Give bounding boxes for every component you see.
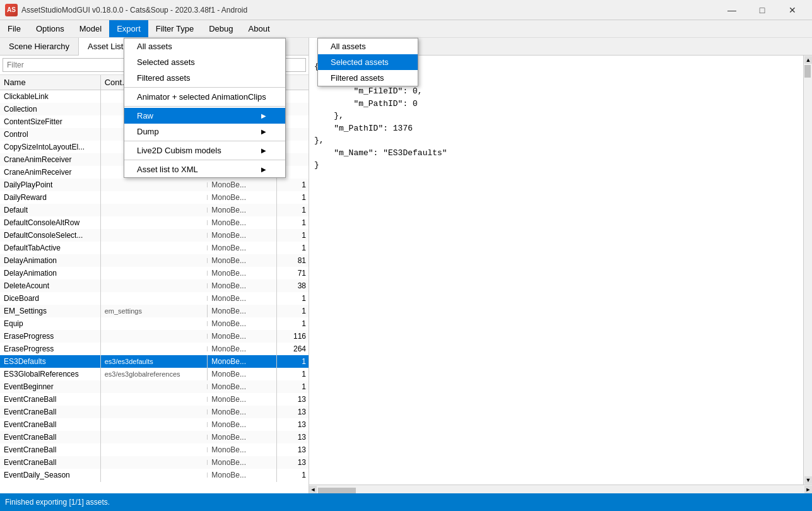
table-row[interactable]: DiceBoardMonoBe...1 <box>0 292 309 305</box>
minimize-button[interactable]: — <box>717 0 746 20</box>
right-panel: Preview Dump { "m_GameObject": { "m_File… <box>309 38 812 493</box>
separator-2 <box>124 106 285 107</box>
dump-arrow: ▶ <box>261 128 266 135</box>
separator-1 <box>124 87 285 88</box>
code-line: "m_Name": "ES3Defaults" <box>314 147 798 160</box>
live2d-arrow: ▶ <box>261 147 266 154</box>
app-icon: AS <box>5 4 18 16</box>
status-text: Finished exporting [1/1] assets. <box>5 498 110 507</box>
code-line: "m_FileID": 0, <box>314 85 798 98</box>
tab-scene-hierarchy[interactable]: Scene Hierarchy <box>0 38 79 55</box>
code-line: }, <box>314 110 798 122</box>
table-row[interactable]: DelayAnimationMonoBe...71 <box>0 267 309 279</box>
raw-submenu: All assets Selected assets Filtered asse… <box>317 38 418 86</box>
export-animator[interactable]: Animator + selected AnimationClips <box>124 89 285 105</box>
scrollbar-thumb[interactable] <box>804 65 811 78</box>
table-row[interactable]: EventCraneBallMonoBe...13 <box>0 406 309 418</box>
table-row[interactable]: EventCraneBallMonoBe...13 <box>0 443 309 456</box>
raw-arrow: ▶ <box>261 112 266 119</box>
table-row[interactable]: EraseProgressMonoBe...264 <box>0 343 309 355</box>
scroll-right-btn[interactable]: ► <box>804 486 812 493</box>
menu-model[interactable]: Model <box>72 20 109 37</box>
table-row[interactable]: DefaultConsoleAltRowMonoBe...1 <box>0 216 309 229</box>
code-view: { "m_GameObject": { "m_FileID": 0, "m_Pa… <box>309 56 803 485</box>
table-row[interactable]: ES3Defaultses3/es3defaultsMonoBe...1 <box>0 355 309 368</box>
sub-filtered-assets[interactable]: Filtered assets <box>318 70 418 86</box>
h-scrollbar-thumb[interactable] <box>318 488 356 494</box>
table-row[interactable]: DelayAnimationMonoBe...81 <box>0 254 309 267</box>
menu-export[interactable]: Export <box>109 20 148 37</box>
export-dropdown: All assets Selected assets Filtered asse… <box>124 38 286 178</box>
table-row[interactable]: EventCraneBallMonoBe...13 <box>0 393 309 406</box>
maximize-button[interactable]: □ <box>748 0 777 20</box>
table-row[interactable]: EraseProgressMonoBe...116 <box>0 330 309 343</box>
menu-filter-type[interactable]: Filter Type <box>148 20 201 37</box>
table-row[interactable]: DailyRewardMonoBe...1 <box>0 191 309 204</box>
table-row[interactable]: ES3GlobalReferenceses3/es3globalreferenc… <box>0 368 309 380</box>
code-line: }, <box>314 134 798 147</box>
menu-bar: File Options Model Export Filter Type De… <box>0 20 812 38</box>
export-asset-list[interactable]: Asset list to XML ▶ <box>124 162 285 177</box>
table-row[interactable]: DefaultTabActiveMonoBe...1 <box>0 242 309 254</box>
title-bar: AS AssetStudioModGUI v0.18.0.0 - Cats&So… <box>0 0 812 20</box>
scroll-up-btn[interactable]: ▲ <box>804 56 812 64</box>
table-row[interactable]: EventCraneBallMonoBe...13 <box>0 431 309 443</box>
code-line: "m_PathID": 0 <box>314 98 798 110</box>
h-scrollbar[interactable]: ◄ ► <box>309 485 812 493</box>
menu-file[interactable]: File <box>0 20 28 37</box>
export-raw[interactable]: Raw ▶ <box>124 108 285 124</box>
table-row[interactable]: EventDaily_SeasonMonoBe...1 <box>0 469 309 481</box>
asset-list-arrow: ▶ <box>261 166 266 173</box>
code-line: "m_PathID": 1376 <box>314 122 798 135</box>
title-text: AssetStudioModGUI v0.18.0.0 - Cats&Soup … <box>21 6 717 15</box>
main-layout: Scene Hierarchy Asset List Name Cont... … <box>0 38 812 493</box>
sub-selected-assets[interactable]: Selected assets <box>318 54 418 70</box>
raw-submenu-container: All assets Selected assets Filtered asse… <box>317 38 418 86</box>
sub-all-assets[interactable]: All assets <box>318 38 418 54</box>
code-line: } <box>314 159 798 172</box>
separator-4 <box>124 160 285 160</box>
menu-options[interactable]: Options <box>28 20 72 37</box>
separator-3 <box>124 141 285 141</box>
table-row[interactable]: DailyPlayPointMonoBe...1 <box>0 179 309 191</box>
export-selected-assets[interactable]: Selected assets <box>124 54 285 70</box>
scroll-left-btn[interactable]: ◄ <box>309 486 317 493</box>
table-row[interactable]: EventBeginnerMonoBe...1 <box>0 380 309 393</box>
col-header-name: Name <box>0 75 101 90</box>
window-controls: — □ ✕ <box>717 0 807 20</box>
export-filtered-assets[interactable]: Filtered assets <box>124 70 285 86</box>
table-row[interactable]: DeleteAcountMonoBe...38 <box>0 279 309 292</box>
export-dump[interactable]: Dump ▶ <box>124 124 285 139</box>
export-all-assets[interactable]: All assets <box>124 38 285 54</box>
status-bar: Finished exporting [1/1] assets. <box>0 493 812 511</box>
table-row[interactable]: EventCraneBallMonoBe...13 <box>0 418 309 431</box>
table-row[interactable]: DefaultMonoBe...1 <box>0 204 309 216</box>
table-row[interactable]: EquipMonoBe...1 <box>0 317 309 330</box>
menu-about[interactable]: About <box>241 20 278 37</box>
table-row[interactable]: EM_Settingsem_settingsMonoBe...1 <box>0 305 309 317</box>
table-row[interactable]: DefaultConsoleSelect...MonoBe...1 <box>0 229 309 242</box>
export-live2d[interactable]: Live2D Cubism models ▶ <box>124 143 285 158</box>
table-row[interactable]: EventCraneBallMonoBe...13 <box>0 456 309 469</box>
export-dropdown-menu: All assets Selected assets Filtered asse… <box>124 38 286 178</box>
close-button[interactable]: ✕ <box>778 0 807 20</box>
menu-debug[interactable]: Debug <box>201 20 240 37</box>
scroll-down-btn[interactable]: ▼ <box>804 476 812 484</box>
